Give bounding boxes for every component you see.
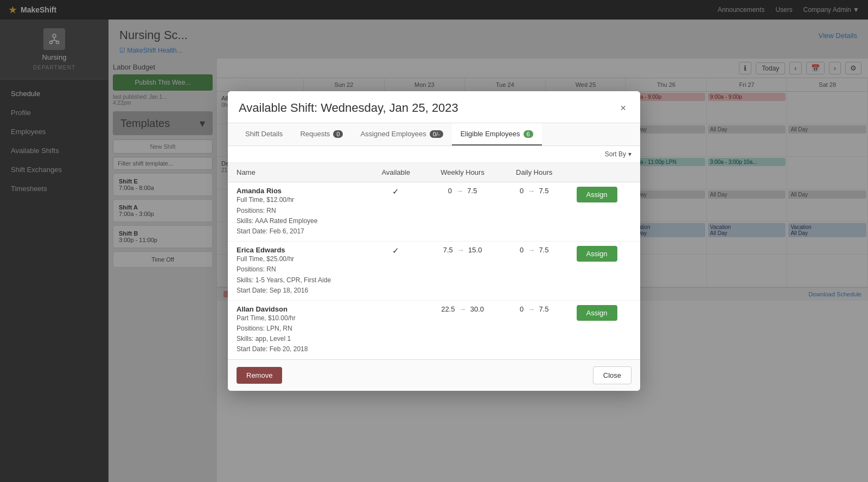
header-row: Name Available Weekly Hours Daily Hours: [228, 163, 640, 182]
emp-detail: Full Time, $12.00/hr Positions: RN Skill…: [237, 195, 359, 237]
arrow-icon: →: [528, 246, 535, 254]
daily-from: 0: [520, 246, 524, 254]
available-cell: ✓: [367, 242, 424, 301]
modal-header: Available Shift: Wednesday, Jan 25, 2023…: [228, 91, 640, 123]
available-checkmark: ✓: [392, 187, 399, 196]
header-weekly-hours: Weekly Hours: [424, 163, 501, 182]
modal: Available Shift: Wednesday, Jan 25, 2023…: [228, 91, 640, 390]
close-button[interactable]: Close: [593, 366, 631, 384]
tab-shift-details[interactable]: Shift Details: [237, 123, 291, 145]
arrow-icon: →: [528, 305, 535, 313]
tab-assigned-label: Assigned Employees: [360, 130, 426, 138]
tab-eligible-employees[interactable]: Eligible Employees 6: [452, 123, 542, 145]
weekly-hours-cell: 22.5 → 30.0: [424, 300, 501, 359]
modal-tabs: Shift Details Requests 0 Assigned Employ…: [228, 123, 640, 146]
remove-button[interactable]: Remove: [237, 367, 282, 384]
emp-name: Erica Edwards: [237, 246, 359, 254]
assigned-badge: 0/-: [430, 130, 443, 138]
emp-info-cell: Allan Davidson Part Time, $10.00/hr Posi…: [228, 300, 367, 359]
emp-name: Allan Davidson: [237, 305, 359, 313]
weekly-hours-cell: 0 → 7.5: [424, 182, 501, 242]
arrow-icon: →: [528, 187, 535, 195]
eligible-badge: 6: [524, 130, 533, 138]
emp-info-cell: Erica Edwards Full Time, $25.00/hr Posit…: [228, 242, 367, 301]
available-cell: ✓: [367, 182, 424, 242]
requests-badge: 0: [333, 130, 343, 138]
employee-table: Name Available Weekly Hours Daily Hours …: [228, 163, 640, 359]
table-row: Amanda Rios Full Time, $12.00/hr Positio…: [228, 182, 640, 242]
arrow-icon: →: [456, 187, 463, 195]
assign-button-erica[interactable]: Assign: [577, 246, 617, 262]
assign-button-amanda[interactable]: Assign: [577, 187, 617, 202]
tab-eligible-label: Eligible Employees: [461, 130, 520, 138]
daily-from: 0: [520, 187, 524, 195]
modal-footer: Remove Close: [228, 359, 640, 391]
tab-assigned-employees[interactable]: Assigned Employees 0/-: [352, 123, 451, 145]
header-action: [568, 163, 640, 182]
action-cell: Assign: [568, 242, 640, 301]
header-name: Name: [228, 163, 367, 182]
available-checkmark: ✓: [392, 246, 399, 255]
emp-detail: Part Time, $10.00/hr Positions: LPN, RN …: [237, 313, 359, 355]
table-header: Name Available Weekly Hours Daily Hours: [228, 163, 640, 182]
daily-to: 7.5: [539, 246, 548, 254]
weekly-to: 7.5: [467, 187, 477, 195]
weekly-from: 22.5: [441, 305, 455, 313]
tab-shift-details-label: Shift Details: [245, 130, 283, 138]
arrow-icon: →: [457, 246, 464, 254]
weekly-to: 15.0: [468, 246, 482, 254]
weekly-to: 30.0: [470, 305, 484, 313]
header-daily-hours: Daily Hours: [501, 163, 568, 182]
daily-to: 7.5: [539, 187, 548, 195]
chevron-down-icon: ▾: [628, 150, 631, 158]
weekly-hours-cell: 7.5 → 15.0: [424, 242, 501, 301]
daily-to: 7.5: [539, 305, 548, 313]
weekly-from: 0: [448, 187, 452, 195]
employee-list: Amanda Rios Full Time, $12.00/hr Positio…: [228, 182, 640, 359]
modal-body: Sort By ▾ Name Available Weekly Hours Da…: [228, 146, 640, 359]
table-row: Allan Davidson Part Time, $10.00/hr Posi…: [228, 300, 640, 359]
modal-overlay: Available Shift: Wednesday, Jan 25, 2023…: [0, 0, 868, 482]
available-cell: [367, 300, 424, 359]
tab-requests-label: Requests: [300, 130, 330, 138]
daily-hours-cell: 0 → 7.5: [501, 300, 568, 359]
daily-from: 0: [520, 305, 524, 313]
daily-hours-cell: 0 → 7.5: [501, 182, 568, 242]
sort-by-link[interactable]: Sort By ▾: [605, 150, 631, 158]
arrow-icon: →: [459, 305, 466, 313]
modal-title: Available Shift: Wednesday, Jan 25, 2023: [239, 101, 458, 115]
modal-close-button[interactable]: ×: [617, 102, 629, 114]
emp-info-cell: Amanda Rios Full Time, $12.00/hr Positio…: [228, 182, 367, 242]
emp-name: Amanda Rios: [237, 187, 359, 195]
sort-by-label: Sort By: [605, 150, 626, 158]
assign-button-allan[interactable]: Assign: [577, 305, 617, 321]
daily-hours-cell: 0 → 7.5: [501, 242, 568, 301]
table-row: Erica Edwards Full Time, $25.00/hr Posit…: [228, 242, 640, 301]
tab-requests[interactable]: Requests 0: [291, 123, 352, 145]
sort-bar: Sort By ▾: [228, 146, 640, 163]
action-cell: Assign: [568, 300, 640, 359]
weekly-from: 7.5: [443, 246, 453, 254]
header-available: Available: [367, 163, 424, 182]
action-cell: Assign: [568, 182, 640, 242]
emp-detail: Full Time, $25.00/hr Positions: RN Skill…: [237, 254, 359, 296]
